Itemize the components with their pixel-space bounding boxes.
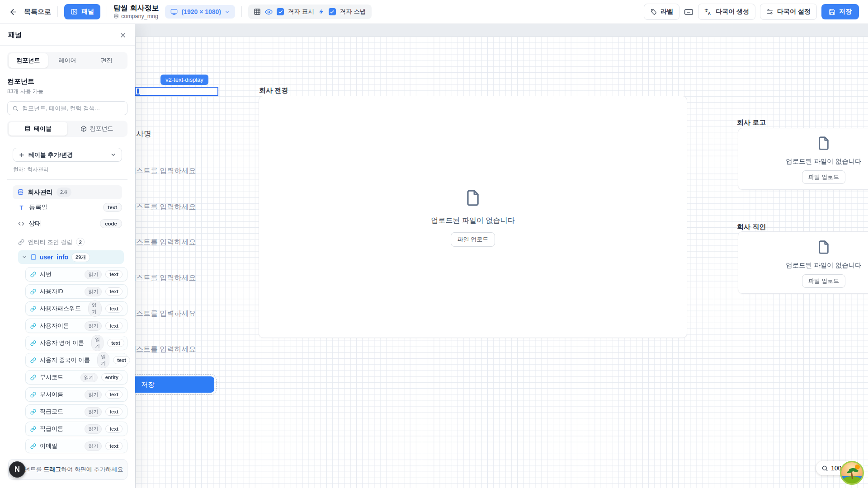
database-icon <box>113 14 119 19</box>
join-column-name: 부서코드 <box>40 373 63 381</box>
join-column-item[interactable]: 사용자이름 읽기 text <box>25 319 127 333</box>
join-column-item[interactable]: 사번 읽기 text <box>25 267 127 282</box>
company-logo-label: 회사 로고 <box>737 118 766 127</box>
panel-toggle-button[interactable]: 패널 <box>64 4 100 19</box>
divider <box>57 6 58 17</box>
read-mode-badge: 읽기 <box>97 352 109 368</box>
components-available-count: 83개 사용 가능 <box>7 88 127 95</box>
text-input-placeholder[interactable]: 텍스트를 입력하세요 <box>129 202 196 212</box>
read-mode-badge: 읽기 <box>85 441 102 451</box>
company-preview-label: 회사 전경 <box>259 86 288 95</box>
assistant-fab[interactable]: N <box>9 461 25 478</box>
selected-text-display-component[interactable] <box>135 87 218 96</box>
type-badge: text <box>105 408 123 416</box>
chevron-down-icon <box>22 254 27 260</box>
arrow-left-icon <box>9 8 18 16</box>
file-upload-button[interactable]: 파일 업로드 <box>451 232 495 247</box>
column-item[interactable]: 상태 code <box>18 216 122 232</box>
search-icon <box>12 105 19 112</box>
file-icon <box>816 238 831 257</box>
join-column-name: 사용자이름 <box>40 322 69 330</box>
column-item[interactable]: T 등록일 text <box>18 199 122 216</box>
join-table-row-user-info[interactable]: user_info 29개 <box>18 250 124 264</box>
type-badge: text <box>113 356 130 364</box>
file-upload-button[interactable]: 파일 업로드 <box>802 274 846 288</box>
grid-snap-label: 격자 스냅 <box>340 8 366 16</box>
table-row-company[interactable]: 회사관리 2개 <box>13 185 122 199</box>
i18n-settings-button[interactable]: 다국어 설정 <box>760 4 817 20</box>
read-mode-badge: 읽기 <box>85 424 102 434</box>
source-tab-table[interactable]: 테이블 <box>9 122 67 136</box>
company-preview-upload-area[interactable]: 업로드된 파일이 없습니다 파일 업로드 <box>259 96 687 338</box>
current-table-label: 현재: 회사관리 <box>13 166 127 174</box>
grid-show-checkbox[interactable] <box>277 8 284 15</box>
type-badge: text <box>105 305 123 313</box>
keyboard-shortcuts-button[interactable] <box>684 7 693 17</box>
viewport-size-dropdown[interactable]: (868 × 488) <box>165 5 235 19</box>
link-icon <box>30 409 36 415</box>
link-icon <box>30 357 36 363</box>
panel-close-button[interactable] <box>119 32 127 39</box>
join-column-item[interactable]: 부서이름 읽기 text <box>25 387 127 402</box>
join-column-item[interactable]: 직급코드 읽기 text <box>25 404 127 419</box>
join-column-item[interactable]: 부서코드 읽기 entity <box>25 370 127 385</box>
join-count-badge: 2 <box>76 238 85 246</box>
company-seal-upload-area[interactable]: 업로드된 파일이 없습니다 파일 업로드 <box>738 231 868 294</box>
read-mode-badge: 읽기 <box>80 373 98 382</box>
join-column-item[interactable]: 직급이름 읽기 text <box>25 422 127 436</box>
upload-empty-text: 업로드된 파일이 없습니다 <box>786 261 862 270</box>
selected-component-badge: v2-text-display <box>160 75 208 85</box>
link-icon <box>30 323 36 329</box>
source-tabs: 테이블 컴포넌트 <box>7 121 127 137</box>
text-input-placeholder[interactable]: 텍스트를 입력하세요 <box>129 309 196 319</box>
text-input-placeholder[interactable]: 텍스트를 입력하세요 <box>129 238 196 247</box>
tab-edit[interactable]: 편집 <box>87 53 126 68</box>
link-icon <box>30 443 36 449</box>
read-mode-badge: 읽기 <box>85 321 102 331</box>
read-mode-badge: 읽기 <box>85 287 102 296</box>
island-icon[interactable] <box>840 461 864 485</box>
join-column-item[interactable]: 사용자 영어 이름 읽기 text <box>25 336 127 350</box>
grid-icon <box>254 8 261 15</box>
link-icon <box>30 392 36 398</box>
chevron-down-icon <box>225 9 230 14</box>
tab-layers[interactable]: 레이어 <box>48 53 87 68</box>
resize-handle[interactable] <box>136 94 140 96</box>
text-input-placeholder[interactable]: 텍스트를 입력하세요 <box>129 166 196 176</box>
save-button[interactable]: 저장 <box>821 4 859 19</box>
i18n-generate-button[interactable]: 文A 다국어 생성 <box>698 4 755 20</box>
add-change-table-button[interactable]: 테이블 추가/변경 <box>13 148 122 162</box>
component-search <box>7 101 127 115</box>
type-badge: text <box>105 287 123 296</box>
company-logo-upload-area[interactable]: 업로드된 파일이 없습니다 파일 업로드 <box>738 128 868 190</box>
type-badge: text <box>105 390 123 399</box>
text-input-placeholder[interactable]: 텍스트를 입력하세요 <box>129 345 196 354</box>
join-column-item[interactable]: 이메일 읽기 text <box>25 439 127 453</box>
building-icon <box>30 254 37 260</box>
join-column-item[interactable]: 사용자 중국어 이름 읽기 text <box>25 353 127 367</box>
svg-text:A: A <box>708 11 711 15</box>
source-tab-component[interactable]: 컴포넌트 <box>67 122 126 136</box>
join-column-name: 사용자 중국어 이름 <box>40 356 90 364</box>
text-input-placeholder[interactable]: 텍스트를 입력하세요 <box>129 273 196 283</box>
tab-components[interactable]: 컴포넌트 <box>9 53 48 68</box>
join-column-name: 사용자ID <box>40 287 63 296</box>
label-button[interactable]: 라벨 <box>644 4 679 20</box>
join-column-item[interactable]: 사용자패스워드 읽기 text <box>25 301 127 316</box>
join-column-count-badge: 29개 <box>71 253 90 262</box>
search-input[interactable] <box>22 105 123 112</box>
tag-icon <box>650 9 657 15</box>
translate-icon: 文A <box>704 8 712 16</box>
link-icon <box>30 375 36 380</box>
eye-icon[interactable] <box>265 8 273 16</box>
read-mode-badge: 읽기 <box>85 390 102 399</box>
database-icon <box>24 126 31 132</box>
text-caret <box>137 89 139 94</box>
back-to-list-button[interactable]: 목록으로 <box>24 8 51 16</box>
join-column-item[interactable]: 사용자ID 읽기 text <box>25 284 127 299</box>
back-button[interactable] <box>9 8 18 16</box>
grid-snap-checkbox[interactable] <box>329 8 336 15</box>
file-upload-button[interactable]: 파일 업로드 <box>802 170 846 184</box>
link-icon <box>30 306 36 312</box>
components-panel: 패널 컴포넌트 레이어 편집 컴포넌트 83개 사용 가능 테이블 <box>0 24 135 488</box>
